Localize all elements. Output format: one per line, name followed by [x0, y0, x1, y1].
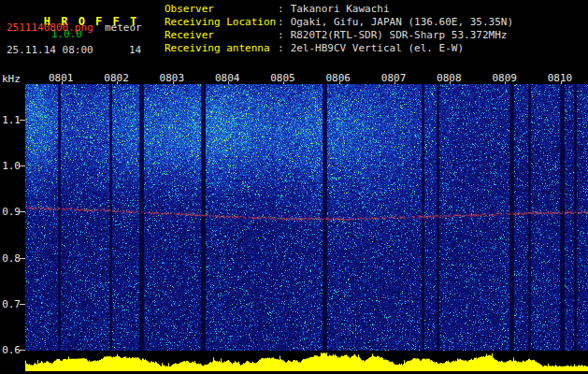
info-value: R820T2(RTL-SDR) SDR-Sharp 53.372MHz [291, 29, 508, 41]
frequency-axis: 1.11.00.90.80.70.6 [0, 0, 25, 374]
signal-level-canvas [25, 352, 588, 371]
info-row-observer: Observer:Takanori Kawachi [165, 3, 513, 16]
hrofft-output-image: H R O F F T 1.0.0 2511140800.png meteor … [0, 0, 588, 374]
info-label: Receiver [165, 29, 278, 42]
freq-tick-label: 0.9 [2, 206, 21, 218]
info-label: Receiving Location [165, 16, 278, 29]
header: H R O F F T 1.0.0 2511140800.png meteor … [0, 0, 588, 71]
info-separator: : [278, 42, 284, 54]
info-value: Ogaki, Gifu, JAPAN (136.60E, 35.35N) [291, 16, 513, 28]
info-value: 2el-HB9CV Vertical (el. E-W) [291, 42, 464, 54]
info-label: Observer [165, 3, 278, 16]
info-separator: : [278, 3, 284, 15]
spectrogram-canvas [25, 84, 588, 351]
observation-mode-label: meteor [105, 22, 142, 34]
freq-tick-label: 0.6 [2, 344, 21, 356]
info-label: Receiving antenna [165, 42, 278, 55]
freq-tick-label: 0.8 [2, 252, 21, 265]
info-separator: : [278, 29, 284, 41]
info-row-antenna: Receiving antenna:2el-HB9CV Vertical (el… [165, 42, 513, 55]
freq-tick-label: 1.1 [2, 114, 21, 126]
info-value: Takanori Kawachi [291, 3, 390, 15]
station-info-table: Observer:Takanori Kawachi Receiving Loca… [165, 3, 513, 55]
freq-tick-label: 0.7 [2, 298, 21, 310]
freq-tick-label: 1.0 [2, 160, 21, 172]
time-axis: 0801080208030804080508060807080808090810 [0, 72, 588, 85]
info-separator: : [278, 16, 284, 28]
info-row-location: Receiving Location:Ogaki, Gifu, JAPAN (1… [165, 16, 513, 29]
info-row-receiver: Receiver:R820T2(RTL-SDR) SDR-Sharp 53.37… [165, 29, 513, 42]
event-count: 14 [129, 44, 141, 56]
